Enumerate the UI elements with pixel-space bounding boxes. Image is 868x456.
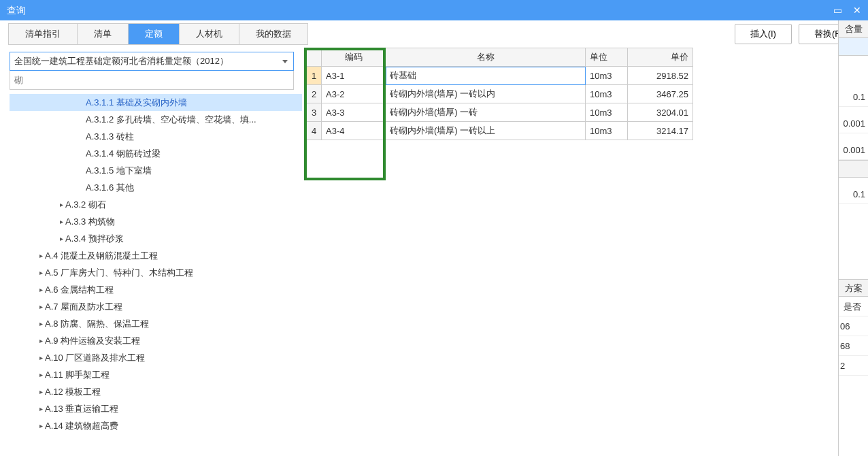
result-table: 编码 名称 单位 单价 1A3-1砖基础10m32918.522A3-2砖砌内外…: [306, 48, 693, 140]
chevron-right-icon: ▸: [37, 332, 45, 349]
tree-item[interactable]: A.3.1.5 地下室墙: [10, 162, 302, 179]
unit-cell: 10m3: [586, 85, 628, 103]
window-title: 查询: [7, 0, 26, 20]
tree-label: A.6 金属结构工程: [45, 281, 114, 298]
chevron-right-icon: ▸: [37, 247, 45, 264]
rownum-cell: 4: [307, 122, 322, 140]
tree-item[interactable]: A.3.1.4 钢筋砖过梁: [10, 145, 302, 162]
chevron-right-icon: ▸: [37, 264, 45, 281]
search-input[interactable]: [10, 71, 294, 90]
tab-bar: 清单指引清单定额人材机我的数据: [8, 23, 308, 45]
tree-label: A.8 防腐、隔热、保温工程: [45, 315, 149, 332]
col-rownum: [307, 48, 322, 67]
table-row[interactable]: 2A3-2砖砌内外墙(墙厚) 一砖以内10m33467.25: [307, 85, 693, 103]
side-header-2: 方案: [839, 279, 868, 297]
tree-item[interactable]: ▸A.9 构件运输及安装工程: [10, 332, 302, 349]
col-unit[interactable]: 单位: [586, 48, 628, 67]
chevron-right-icon: ▸: [37, 315, 45, 332]
code-cell: A3-1: [322, 67, 386, 85]
tree-item[interactable]: A.3.1.2 多孔砖墙、空心砖墙、空花墙、填...: [10, 111, 302, 128]
close-icon[interactable]: ✕: [853, 0, 861, 20]
left-panel: 全国统一建筑工程基础定额河北省消耗量定额（2012） A.3.1.1 基础及实砌…: [0, 48, 302, 456]
tree-item[interactable]: ▸A.5 厂库房大门、特种门、木结构工程: [10, 264, 302, 281]
side-blank: [839, 38, 868, 56]
category-tree[interactable]: A.3.1.1 基础及实砌内外墙A.3.1.2 多孔砖墙、空心砖墙、空花墙、填.…: [10, 94, 302, 456]
quota-select-value: 全国统一建筑工程基础定额河北省消耗量定额（2012）: [14, 55, 229, 67]
tree-item[interactable]: ▸A.6 金属结构工程: [10, 281, 302, 298]
side-val: 0.1: [839, 184, 868, 204]
tree-item[interactable]: ▸A.8 防腐、隔热、保温工程: [10, 315, 302, 332]
table-row[interactable]: 3A3-3砖砌内外墙(墙厚) 一砖10m33204.01: [307, 103, 693, 122]
name-cell: 砖砌内外墙(墙厚) 一砖: [386, 103, 586, 122]
tree-item[interactable]: ▸A.14 建筑物超高费: [10, 417, 302, 434]
side-header-1: 含量: [839, 20, 868, 38]
code-cell: A3-2: [322, 85, 386, 103]
rownum-cell: 1: [307, 67, 322, 85]
chevron-right-icon: ▸: [57, 213, 65, 230]
unit-cell: 10m3: [586, 67, 628, 85]
tree-item[interactable]: ▸A.10 厂区道路及排水工程: [10, 349, 302, 366]
tree-label: A.7 屋面及防水工程: [45, 298, 122, 315]
tree-label: A.3.1.1 基础及实砌内外墙: [86, 94, 187, 111]
toolbar: 清单指引清单定额人材机我的数据 插入(I) 替换(R): [0, 20, 868, 48]
tree-label: A.5 厂库房大门、特种门、木结构工程: [45, 264, 193, 281]
col-price[interactable]: 单价: [628, 48, 693, 67]
tree-item[interactable]: ▸A.7 屋面及防水工程: [10, 298, 302, 315]
tree-item[interactable]: A.3.1.6 其他: [10, 179, 302, 196]
tree-label: A.9 构件运输及安装工程: [45, 332, 140, 349]
chevron-right-icon: ▸: [37, 349, 45, 366]
unit-cell: 10m3: [586, 122, 628, 140]
tree-label: A.3.1.2 多孔砖墙、空心砖墙、空花墙、填...: [86, 111, 256, 128]
unit-cell: 10m3: [586, 103, 628, 122]
tree-label: A.10 厂区道路及排水工程: [45, 349, 145, 366]
col-code[interactable]: 编码: [322, 48, 386, 67]
name-cell: 砖砌内外墙(墙厚) 一砖以上: [386, 122, 586, 140]
minimize-icon[interactable]: ▭: [833, 0, 842, 20]
tree-item[interactable]: ▸A.3.4 预拌砂浆: [10, 230, 302, 247]
price-cell: 3467.25: [628, 85, 693, 103]
tree-item[interactable]: ▸A.3.2 砌石: [10, 196, 302, 213]
side-val: 0.001: [839, 114, 868, 133]
side-gap2: [839, 160, 868, 178]
tree-label: A.12 模板工程: [45, 383, 101, 400]
tab-1[interactable]: 清单: [78, 24, 129, 44]
code-cell: A3-3: [322, 103, 386, 122]
side-strip: 含量 0.1 0.001 0.001 0.1 方案 是否 06 68 2: [838, 20, 868, 456]
chevron-right-icon: ▸: [37, 400, 45, 417]
chevron-right-icon: ▸: [57, 230, 65, 247]
tree-item[interactable]: ▸A.11 脚手架工程: [10, 366, 302, 383]
tree-label: A.3.1.6 其他: [86, 179, 134, 196]
price-cell: 2918.52: [628, 67, 693, 85]
tree-item[interactable]: ▸A.4 混凝土及钢筋混凝土工程: [10, 247, 302, 264]
tab-3[interactable]: 人材机: [180, 24, 239, 44]
table-row[interactable]: 1A3-1砖基础10m32918.52: [307, 67, 693, 85]
tree-label: A.3.4 预拌砂浆: [65, 230, 124, 247]
tree-item[interactable]: ▸A.12 模板工程: [10, 383, 302, 400]
tree-item[interactable]: ▸A.3.3 构筑物: [10, 213, 302, 230]
chevron-right-icon: ▸: [37, 417, 45, 434]
tab-4[interactable]: 我的数据: [239, 24, 307, 44]
table-row[interactable]: 4A3-4砖砌内外墙(墙厚) 一砖以上10m33214.17: [307, 122, 693, 140]
titlebar: 查询 ▭ ✕: [0, 0, 868, 20]
tree-item[interactable]: A.3.1.3 砖柱: [10, 128, 302, 145]
quota-select[interactable]: 全国统一建筑工程基础定额河北省消耗量定额（2012）: [10, 52, 294, 71]
tree-label: A.3.3 构筑物: [65, 213, 115, 230]
tab-2[interactable]: 定额: [129, 24, 180, 44]
chevron-right-icon: ▸: [37, 298, 45, 315]
tab-0[interactable]: 清单指引: [9, 24, 78, 44]
chevron-right-icon: ▸: [37, 281, 45, 298]
tree-label: A.11 脚手架工程: [45, 366, 110, 383]
rownum-cell: 3: [307, 103, 322, 122]
side-val: 0.001: [839, 140, 868, 160]
chevron-right-icon: ▸: [37, 366, 45, 383]
price-cell: 3204.01: [628, 103, 693, 122]
tree-item[interactable]: A.3.1.1 基础及实砌内外墙: [10, 94, 302, 111]
tree-item[interactable]: ▸A.13 垂直运输工程: [10, 400, 302, 417]
tree-label: A.3.1.5 地下室墙: [86, 162, 152, 179]
tree-label: A.3.1.3 砖柱: [86, 128, 134, 145]
tree-label: A.4 混凝土及钢筋混凝土工程: [45, 247, 158, 264]
side-row: 06: [839, 316, 868, 336]
side-row: 68: [839, 336, 868, 356]
insert-button[interactable]: 插入(I): [735, 24, 792, 44]
col-name[interactable]: 名称: [386, 48, 586, 67]
